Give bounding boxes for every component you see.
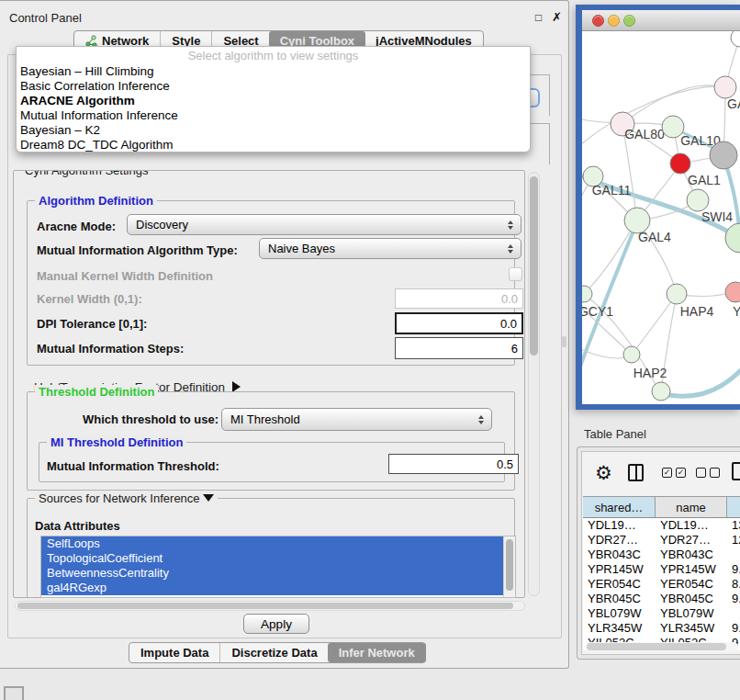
node-label-swi4: SWI4 [701, 209, 733, 224]
panel-toggle-button[interactable] [4, 686, 24, 700]
table-row[interactable]: YDL19…YDL19…13 [583, 518, 740, 533]
network-node-gal2[interactable] [714, 76, 736, 98]
network-view-window[interactable]: GAL2GAL80GAL10GAL1GAL11SWI4GAL4GCY1HAP4Y… [576, 5, 740, 410]
table-row[interactable]: YPR145WYPR145W9. [583, 562, 740, 577]
dpi-tolerance-field[interactable]: 0.0 [395, 312, 523, 334]
apply-button[interactable]: Apply [243, 614, 309, 634]
manual-kernel-checkbox[interactable] [509, 267, 522, 281]
dropdown-item-basic-correlation-inference[interactable]: Basic Correlation Inference [17, 79, 530, 94]
zoom-window-button[interactable] [623, 15, 635, 27]
attribute-item-selfloops[interactable]: SelfLoops [41, 536, 515, 551]
table-cell: YER054C [583, 577, 656, 592]
data-attributes-label: Data Attributes [35, 519, 120, 533]
tab-infer-network[interactable]: Infer Network [328, 643, 426, 662]
table-horizontal-scrollbar[interactable] [585, 642, 738, 651]
network-node-hap2[interactable] [623, 346, 640, 363]
network-node-hap4[interactable] [667, 284, 687, 304]
mi-algorithm-type-select[interactable]: Naive Bayes [259, 238, 521, 259]
table-panel-title: Table Panel [584, 427, 646, 441]
mi-steps-field[interactable]: 6 [395, 337, 523, 359]
network-canvas[interactable]: GAL2GAL80GAL10GAL1GAL11SWI4GAL4GCY1HAP4Y… [582, 31, 740, 404]
table-cell: 9. [727, 621, 740, 636]
select-columns-icon[interactable]: ✓✓ [662, 468, 686, 478]
node-label-gal11: GAL11 [592, 183, 632, 198]
node-label-gal4: GAL4 [638, 230, 671, 244]
table-cell [727, 606, 740, 621]
attributes-list-scrollbar[interactable] [503, 536, 515, 597]
table-row[interactable]: YDR27…YDR27…12 [583, 533, 740, 548]
minimize-window-button[interactable] [608, 15, 620, 27]
network-window-titlebar[interactable] [582, 10, 740, 31]
network-node-swi4[interactable] [687, 189, 709, 211]
table-row[interactable]: YBR045CYBR045C9. [583, 592, 740, 606]
panel-resize-grip[interactable] [561, 336, 566, 347]
table-cell: YBL079W [583, 606, 656, 621]
table-cell: YBL079W [656, 606, 727, 621]
close-window-button[interactable] [592, 15, 604, 27]
mi-threshold-field[interactable]: 0.5 [388, 454, 519, 474]
column-header-a[interactable]: A [727, 497, 740, 517]
settings-vertical-scrollbar[interactable] [528, 172, 540, 596]
columns-icon[interactable] [628, 464, 644, 481]
table-cell: YBR045C [656, 592, 727, 606]
table-cell: YPR145W [656, 562, 727, 577]
table-row[interactable]: YBL079WYBL079W [583, 606, 740, 621]
column-header-shared[interactable]: shared… [583, 497, 656, 517]
aracne-mode-value: Discovery [136, 218, 188, 231]
kernel-width-field[interactable]: 0.0 [395, 288, 523, 309]
network-node[interactable] [731, 31, 740, 47]
table-row[interactable]: YLR345WYLR345W9. [583, 621, 740, 636]
control-panel-window: Control Panel □ ✗ NetworkStyleSelectCyni… [0, 0, 569, 669]
network-node[interactable] [710, 141, 737, 169]
network-node[interactable] [725, 223, 740, 253]
deselect-columns-icon[interactable] [696, 468, 720, 478]
table-cell: YDL19… [583, 518, 656, 533]
settings-horizontal-scrollbar[interactable] [15, 601, 525, 611]
dropdown-item-bayesian-k2[interactable]: Bayesian – K2 [17, 123, 530, 138]
table-cell: YLR345W [656, 621, 727, 636]
node-label-hap4: HAP4 [680, 304, 714, 319]
mi-threshold-definition-group: MI Threshold Definition Mutual Informati… [39, 442, 505, 482]
network-node-gal1[interactable] [670, 153, 690, 174]
tab-impute-data[interactable]: Impute Data [129, 643, 219, 662]
table-row[interactable]: YER054CYER054C8. [583, 577, 740, 592]
float-window-icon[interactable]: □ [535, 11, 542, 24]
mi-steps-label: Mutual Information Steps: [37, 342, 184, 356]
table-row[interactable]: YBR043CYBR043C [583, 548, 740, 562]
close-panel-icon[interactable]: ✗ [552, 10, 562, 24]
attribute-item-topologicalcoefficient[interactable]: TopologicalCoefficient [41, 551, 515, 566]
network-node[interactable] [652, 382, 670, 401]
table-cell: 9. [727, 592, 740, 606]
attribute-item-betweennesscentrality[interactable]: BetweennessCentrality [41, 566, 515, 581]
tab-discretize-data[interactable]: Discretize Data [219, 643, 328, 662]
column-header-name[interactable]: name [656, 497, 727, 517]
dropdown-item-mutual-information-inference[interactable]: Mutual Information Inference [17, 108, 530, 123]
threshold-definition-group: Threshold Definition Which threshold to … [27, 391, 515, 491]
table-cell: YBR043C [656, 548, 727, 562]
attribute-item-gal4rgexp[interactable]: gal4RGexp [41, 581, 515, 595]
threshold-definition-title: Threshold Definition [35, 385, 158, 399]
gear-icon[interactable]: ⚙ [595, 463, 612, 483]
dropdown-item-dream8-dc-tdc-algorithm[interactable]: Dream8 DC_TDC Algorithm [17, 138, 530, 152]
dropdown-item-bayesian-hill-climbing[interactable]: Bayesian – Hill Climbing [17, 64, 530, 79]
dropdown-item-aracne-algorithm[interactable]: ARACNE Algorithm [17, 94, 530, 108]
algorithm-select-dropdown[interactable]: Select algorithm to view settings Bayesi… [16, 46, 531, 152]
combo-arrows-icon [478, 415, 484, 424]
table-cell: 8. [727, 577, 740, 592]
which-threshold-select[interactable]: MI Threshold [221, 408, 492, 431]
data-attributes-list[interactable]: SelfLoopsTopologicalCoefficientBetweenne… [40, 536, 516, 598]
tab-label: Discretize Data [231, 646, 317, 660]
table-cell: YDR27… [583, 533, 656, 548]
node-label-gcy1: GCY1 [582, 304, 613, 319]
kernel-width-label: Kernel Width (0,1): [37, 292, 142, 306]
algorithm-definition-group: Algorithm Definition Aracne Mode: Discov… [27, 200, 515, 366]
table-cell: YER054C [656, 577, 727, 592]
expanded-arrow-icon[interactable] [203, 494, 214, 502]
table-cell: YBR045C [583, 592, 656, 606]
aracne-mode-select[interactable]: Discovery [127, 214, 521, 235]
export-table-icon[interactable] [732, 462, 740, 480]
network-node-y[interactable] [725, 282, 740, 302]
cyni-algorithm-settings-group: Cyni Algorithm Settings Algorithm Defini… [13, 170, 525, 598]
tab-label: Infer Network [339, 646, 415, 660]
network-edge [659, 367, 740, 396]
